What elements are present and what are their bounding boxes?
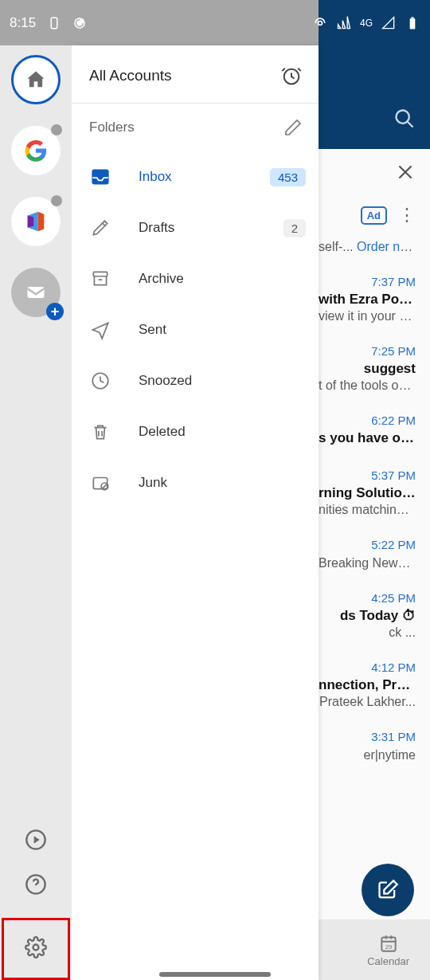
nav-handle[interactable]	[159, 972, 271, 977]
clock-text: 8:15	[10, 15, 36, 31]
folder-count: 2	[283, 219, 306, 237]
folder-label: Junk	[139, 475, 306, 491]
sent-icon	[90, 319, 111, 340]
bottom-nav: 29 Calendar	[319, 919, 430, 980]
signal-icon	[336, 15, 352, 31]
ad-badge: Ad	[361, 206, 387, 225]
junk-icon	[90, 472, 111, 493]
settings-icon[interactable]	[25, 936, 47, 958]
nav-calendar[interactable]: 29 Calendar	[367, 933, 409, 967]
search-icon[interactable]	[393, 108, 416, 130]
hotspot-icon	[312, 15, 328, 31]
folder-archive[interactable]: Archive	[72, 253, 319, 304]
status-dot-icon	[51, 124, 62, 135]
play-icon[interactable]	[25, 829, 47, 851]
compose-icon	[377, 879, 399, 901]
more-icon[interactable]: ⋮	[398, 205, 416, 225]
calendar-icon: 29	[378, 933, 399, 954]
device-icon	[47, 16, 61, 30]
svg-point-10	[33, 945, 39, 951]
plus-icon: +	[46, 303, 64, 320]
svg-rect-0	[51, 18, 57, 29]
folder-snoozed[interactable]: Snoozed	[72, 355, 319, 406]
folder-sent[interactable]: Sent	[72, 304, 319, 355]
folder-inbox[interactable]: Inbox 453	[72, 151, 319, 202]
edit-icon[interactable]	[283, 118, 303, 137]
ad-row[interactable]: self-... Order now	[319, 232, 430, 267]
signal2-icon	[381, 15, 397, 31]
sync-icon	[72, 16, 87, 30]
status-bar-right: 4G	[319, 0, 430, 45]
svg-text:29: 29	[385, 943, 391, 950]
folder-label: Snoozed	[139, 373, 306, 389]
status-dot-icon	[51, 195, 62, 206]
message-list: Ad ⋮ self-... Order now 7:37 PMwith Ezra…	[319, 149, 430, 932]
google-icon	[24, 139, 48, 163]
message-item[interactable]: 5:37 PMrning Solutions ...nities matchin…	[319, 461, 430, 530]
message-item[interactable]: 5:22 PMBreaking News e...	[319, 530, 430, 583]
message-item[interactable]: 4:25 PMds Today ⏱ck ...	[319, 583, 430, 653]
snoozed-icon	[90, 370, 111, 391]
inbox-icon	[90, 167, 111, 187]
folder-label: Deleted	[139, 424, 306, 440]
folder-drafts[interactable]: Drafts 2	[72, 202, 319, 253]
folder-label: Archive	[139, 271, 306, 287]
order-link[interactable]: Order now	[357, 240, 416, 253]
svg-point-3	[318, 21, 322, 25]
svg-rect-12	[92, 170, 108, 183]
archive-icon	[90, 269, 111, 289]
message-item[interactable]: 4:12 PMnnection, PreetiPrateek Lakher...	[319, 653, 430, 722]
svg-point-6	[397, 111, 409, 123]
svg-rect-4	[410, 18, 416, 29]
clock-alarm-icon[interactable]	[280, 65, 303, 87]
folder-label: Sent	[139, 322, 306, 338]
trash-icon	[90, 421, 111, 442]
settings-highlight	[2, 918, 70, 980]
battery-icon	[405, 15, 420, 31]
folder-deleted[interactable]: Deleted	[72, 406, 319, 457]
svg-rect-7	[28, 287, 45, 298]
office-icon	[24, 210, 48, 233]
compose-button[interactable]	[362, 864, 414, 916]
folder-label: Inbox	[139, 169, 243, 185]
close-icon[interactable]	[395, 162, 416, 182]
message-item[interactable]: 7:37 PMwith Ezra Poundview it in your br…	[319, 267, 430, 336]
home-icon	[25, 69, 47, 91]
office-account-avatar[interactable]	[11, 197, 61, 246]
mail-icon	[25, 281, 47, 304]
svg-rect-13	[93, 272, 107, 276]
home-account-avatar[interactable]	[11, 55, 61, 104]
google-account-avatar[interactable]	[11, 126, 61, 175]
folder-count: 453	[270, 168, 306, 186]
account-rail: +	[0, 45, 72, 980]
message-item[interactable]: 3:31 PMer|nytime	[319, 722, 430, 775]
message-item[interactable]: 6:22 PMs you have on T...	[319, 406, 430, 461]
message-item[interactable]: 7:25 PMsuggestt of the tools ou...	[319, 336, 430, 406]
add-account-avatar[interactable]: +	[11, 268, 61, 317]
help-icon[interactable]	[25, 873, 47, 896]
folders-label: Folders	[89, 120, 135, 135]
app-header: Filter	[319, 45, 430, 149]
drafts-icon	[90, 218, 111, 238]
folder-label: Drafts	[139, 220, 256, 236]
folder-junk[interactable]: Junk	[72, 457, 319, 508]
svg-rect-5	[411, 17, 413, 18]
network-label: 4G	[360, 18, 373, 29]
drawer-title: All Accounts	[89, 67, 172, 84]
folder-drawer: All Accounts Folders Inbox 453 Drafts 2 …	[72, 45, 319, 980]
